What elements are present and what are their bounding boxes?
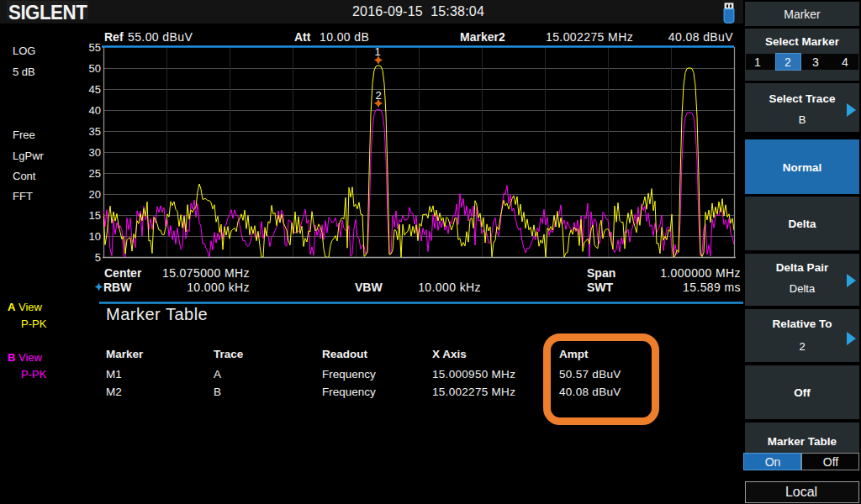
svg-text:1: 1: [374, 45, 380, 58]
svg-text:2: 2: [375, 89, 381, 102]
